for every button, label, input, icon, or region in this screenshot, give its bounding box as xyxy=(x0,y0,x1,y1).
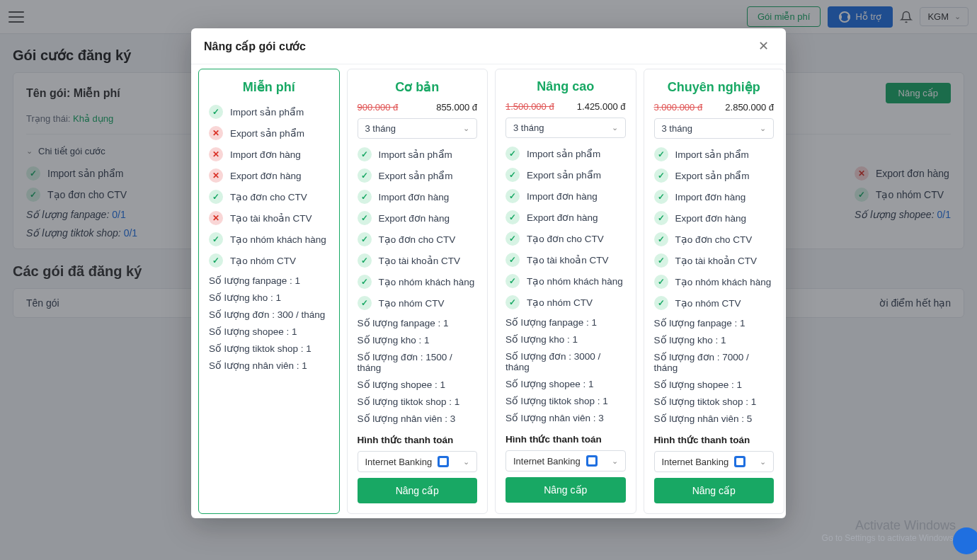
check-icon: ✓ xyxy=(505,232,520,246)
duration-value: 3 tháng xyxy=(365,123,396,134)
feature-label: Tạo nhóm CTV xyxy=(527,297,593,308)
check-icon: ✓ xyxy=(654,232,668,246)
plan-name: Cơ bản xyxy=(358,79,478,95)
quota-line: Số lượng fanpage : 1 xyxy=(654,317,775,328)
new-price: 1.425.000 đ xyxy=(577,101,626,112)
check-icon: ✓ xyxy=(505,189,520,203)
feature-label: Import đơn hàng xyxy=(675,191,746,202)
feature-label: Import sản phẩm xyxy=(230,106,304,118)
plan-card-advanced: Nâng cao 1.500.000 đ 1.425.000 đ 3 tháng… xyxy=(495,69,636,331)
feature-item: ✓Tạo nhóm khách hàng xyxy=(654,275,775,289)
check-icon: ✓ xyxy=(654,211,668,225)
feature-label: Tạo đơn cho CTV xyxy=(379,234,456,245)
quota-line: Số lượng shopee : 1 xyxy=(209,326,329,331)
chevron-down-icon: ⌄ xyxy=(760,124,766,133)
duration-select[interactable]: 3 tháng ⌄ xyxy=(654,118,775,139)
plan-card-free: Miễn phí ✓Import sản phẩm✕Export sản phẩ… xyxy=(198,69,340,331)
check-icon: ✓ xyxy=(209,105,223,119)
feature-label: Tạo tài khoản CTV xyxy=(230,212,312,224)
feature-label: Export sản phẩm xyxy=(675,170,750,181)
feature-label: Tạo nhóm khách hàng xyxy=(675,276,772,287)
feature-item: ✕Import đơn hàng xyxy=(209,147,329,161)
feature-item: ✓Tạo đơn cho CTV xyxy=(654,232,775,246)
new-price: 855.000 đ xyxy=(436,102,477,113)
feature-item: ✓Export sản phẩm xyxy=(505,168,626,182)
feature-item: ✓Tạo nhóm CTV xyxy=(654,296,775,310)
plan-name: Nâng cao xyxy=(505,79,626,94)
x-icon: ✕ xyxy=(209,126,223,140)
feature-label: Export đơn hàng xyxy=(379,212,450,224)
feature-item: ✓Tạo nhóm khách hàng xyxy=(358,275,478,289)
feature-item: ✓Tạo nhóm khách hàng xyxy=(209,232,329,246)
plan-card-basic: Cơ bản 900.000 đ 855.000 đ 3 tháng ⌄ ✓Im… xyxy=(347,69,488,331)
check-icon: ✓ xyxy=(505,168,520,182)
check-icon: ✓ xyxy=(505,210,520,224)
check-icon: ✓ xyxy=(358,147,372,161)
feature-label: Import đơn hàng xyxy=(527,190,598,202)
feature-label: Tạo nhóm khách hàng xyxy=(527,275,623,287)
check-icon: ✓ xyxy=(505,253,520,267)
check-icon: ✓ xyxy=(654,253,668,268)
feature-item: ✓Tạo tài khoản CTV xyxy=(654,253,775,268)
feature-label: Export đơn hàng xyxy=(527,212,598,223)
feature-label: Export đơn hàng xyxy=(675,212,747,224)
check-icon: ✓ xyxy=(358,253,372,268)
duration-value: 3 tháng xyxy=(662,123,692,134)
feature-label: Tạo tài khoản CTV xyxy=(527,254,609,265)
check-icon: ✓ xyxy=(358,296,372,310)
feature-item: ✓Tạo đơn cho CTV xyxy=(358,232,478,246)
chevron-down-icon: ⌄ xyxy=(612,123,618,132)
check-icon: ✓ xyxy=(654,190,668,204)
feature-item: ✕Export sản phẩm xyxy=(209,126,329,140)
feature-item: ✓Export đơn hàng xyxy=(654,211,775,225)
quota-line: Số lượng fanpage : 1 xyxy=(209,275,329,286)
chevron-down-icon: ⌄ xyxy=(463,124,469,133)
feature-item: ✓Import đơn hàng xyxy=(505,189,626,203)
feature-label: Tạo đơn cho CTV xyxy=(675,234,753,245)
check-icon: ✓ xyxy=(358,232,372,246)
feature-item: ✓Tạo nhóm khách hàng xyxy=(505,274,626,288)
check-icon: ✓ xyxy=(209,253,223,268)
feature-label: Tạo tài khoản CTV xyxy=(379,255,461,266)
plan-name: Chuyên nghiệp xyxy=(654,79,775,95)
feature-label: Import sản phẩm xyxy=(379,149,452,160)
feature-item: ✓Export sản phẩm xyxy=(358,168,478,183)
feature-label: Tạo nhóm CTV xyxy=(379,297,445,309)
check-icon: ✓ xyxy=(505,274,520,288)
feature-item: ✓Export đơn hàng xyxy=(505,210,626,224)
plan-card-pro: Chuyên nghiệp 3.000.000 đ 2.850.000 đ 3 … xyxy=(644,69,785,331)
feature-item: ✓Import sản phẩm xyxy=(505,147,626,161)
feature-item: ✓Tạo nhóm CTV xyxy=(505,295,626,309)
modal-overlay: Nâng cấp gói cước ✕ Miễn phí ✓Import sản… xyxy=(0,0,977,331)
feature-item: ✓Tạo nhóm CTV xyxy=(209,253,329,268)
feature-item: ✓Import đơn hàng xyxy=(358,190,478,204)
feature-item: ✕Tạo tài khoản CTV xyxy=(209,211,329,225)
feature-label: Tạo nhóm CTV xyxy=(675,297,741,309)
duration-select[interactable]: 3 tháng ⌄ xyxy=(358,118,478,139)
modal-title: Nâng cấp gói cước xyxy=(204,40,306,53)
feature-label: Tạo tài khoản CTV xyxy=(675,255,758,266)
old-price: 1.500.000 đ xyxy=(505,101,554,112)
feature-label: Export sản phẩm xyxy=(230,127,304,139)
x-icon: ✕ xyxy=(209,147,223,161)
feature-label: Tạo nhóm khách hàng xyxy=(379,276,475,287)
feature-label: Tạo nhóm CTV xyxy=(230,255,296,266)
check-icon: ✓ xyxy=(654,296,668,310)
check-icon: ✓ xyxy=(358,168,372,183)
duration-select[interactable]: 3 tháng ⌄ xyxy=(505,118,626,138)
old-price: 3.000.000 đ xyxy=(654,102,703,113)
feature-item: ✓Tạo tài khoản CTV xyxy=(505,253,626,267)
feature-item: ✓Export đơn hàng xyxy=(358,211,478,225)
new-price: 2.850.000 đ xyxy=(725,102,774,113)
check-icon: ✓ xyxy=(358,211,372,225)
feature-label: Import đơn hàng xyxy=(379,191,450,202)
feature-label: Tạo đơn cho CTV xyxy=(230,191,307,202)
feature-item: ✓Tạo tài khoản CTV xyxy=(358,253,478,268)
close-icon[interactable]: ✕ xyxy=(754,38,773,54)
feature-item: ✓Import đơn hàng xyxy=(654,190,775,204)
feature-label: Tạo nhóm khách hàng xyxy=(230,234,326,245)
check-icon: ✓ xyxy=(209,190,223,204)
duration-value: 3 tháng xyxy=(513,122,544,133)
check-icon: ✓ xyxy=(654,275,668,289)
check-icon: ✓ xyxy=(654,168,668,183)
